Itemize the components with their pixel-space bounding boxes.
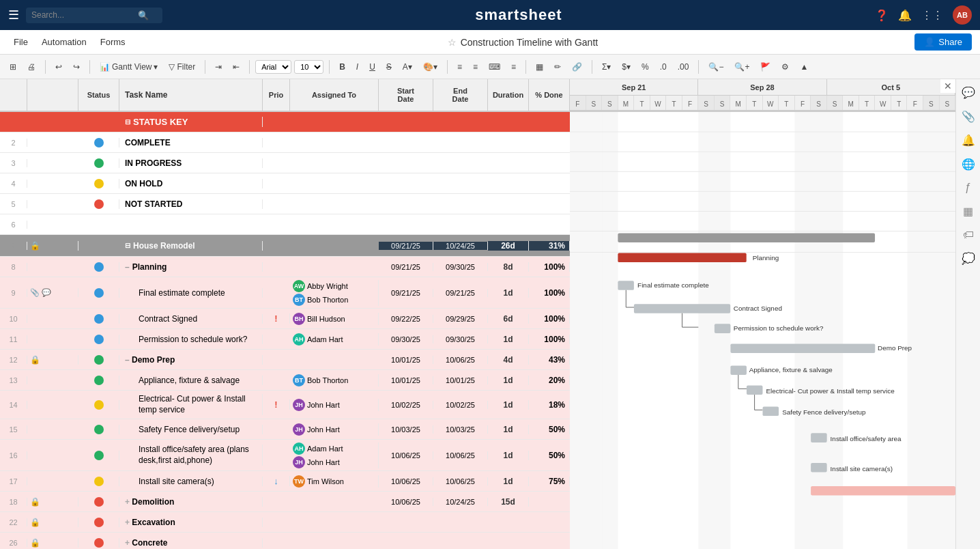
assignee-avatar: JH — [293, 423, 305, 436]
cell-task[interactable]: NOT STARTED — [119, 199, 263, 209]
close-gantt-btn[interactable]: ✕ — [940, 79, 955, 93]
underline-btn[interactable]: U — [365, 60, 379, 74]
table-btn[interactable]: ▦ — [532, 60, 547, 74]
menu-file[interactable]: File — [8, 34, 33, 50]
cell-task[interactable]: – Demo Prep — [119, 355, 263, 365]
cell-task[interactable]: Final estimate complete — [119, 288, 263, 298]
sum-btn[interactable]: Σ▾ — [598, 60, 615, 74]
panel-grid-icon[interactable]: ▦ — [963, 205, 973, 218]
col-header-start: StartDate — [379, 79, 433, 111]
search-box[interactable]: 🔍 — [26, 8, 162, 23]
align-left-btn[interactable]: ≡ — [453, 60, 466, 74]
apps-icon[interactable]: ⋮⋮ — [921, 9, 943, 22]
gantt-day-t5: T — [859, 96, 876, 111]
cell-task[interactable]: IN PROGRESS — [119, 158, 263, 168]
panel-globe-icon[interactable]: 🌐 — [962, 158, 975, 171]
cell-task[interactable]: – Planning — [119, 262, 263, 272]
zoom-in-btn[interactable]: 🔍+ — [730, 60, 753, 74]
cell-start: 09/21/25 — [379, 289, 433, 297]
grid-view-btn[interactable]: ⊞ — [5, 60, 20, 74]
row-num: 17 — [0, 477, 27, 485]
decimal-inc-btn[interactable]: .00 — [674, 60, 693, 74]
bold-btn[interactable]: B — [335, 60, 349, 74]
redo-btn[interactable]: ↪ — [69, 60, 84, 74]
decimal-dec-btn[interactable]: .0 — [656, 60, 671, 74]
zoom-out-btn[interactable]: 🔍− — [704, 60, 727, 74]
menu-automation[interactable]: Automation — [36, 34, 92, 50]
search-input[interactable] — [31, 10, 134, 20]
filter-btn[interactable]: ▽ Filter — [164, 60, 199, 74]
row-num: 11 — [0, 335, 27, 343]
share-button[interactable]: 👤 Share — [914, 33, 972, 51]
undo-btn[interactable]: ↩ — [51, 60, 66, 74]
notification-icon[interactable]: 🔔 — [898, 9, 912, 22]
grid-left: ⊟ STATUS KEY 2 — [0, 112, 570, 549]
cell-icons: 🔒 — [27, 518, 78, 527]
svg-rect-37 — [747, 385, 763, 395]
lock-icon: 🔒 — [30, 497, 40, 507]
align-right-btn[interactable]: ≡ — [507, 60, 520, 74]
cell-task[interactable]: Safety Fence delivery/setup — [119, 425, 263, 434]
assignee-name-2: John Hart — [307, 458, 340, 466]
panel-attach-icon[interactable]: 📎 — [962, 110, 975, 123]
row-num: 16 — [0, 451, 27, 460]
cell-task[interactable]: Permission to schedule work? — [119, 335, 263, 344]
print-btn[interactable]: 🖨 — [23, 60, 40, 74]
panel-chat-icon[interactable]: 💬 — [962, 86, 975, 99]
highlight-btn[interactable]: ✏ — [550, 60, 565, 74]
cell-status — [78, 497, 119, 507]
hamburger-icon[interactable]: ☰ — [8, 8, 19, 23]
comment-icon[interactable]: 💬 — [42, 288, 51, 297]
cell-task[interactable]: Install site camera(s) — [119, 477, 263, 486]
help-icon[interactable]: ❓ — [875, 9, 889, 22]
gantt-week-row: Sep 21 Sep 28 Oct 5 — [570, 79, 955, 96]
font-size-select[interactable]: 10 — [294, 60, 323, 74]
cell-task[interactable]: + Concrete — [119, 538, 263, 548]
panel-bubble-icon[interactable]: 💭 — [962, 252, 975, 265]
table-row: 4 ON HOLD — [0, 173, 570, 194]
attachment-icon[interactable]: 📎 — [30, 288, 40, 297]
percent-btn[interactable]: % — [637, 60, 653, 74]
cell-task[interactable]: Electrical- Cut power & Install temp ser… — [119, 394, 263, 415]
outdent-btn[interactable]: ⇤ — [229, 60, 244, 74]
cell-task[interactable]: COMPLETE — [119, 138, 263, 147]
link-btn[interactable]: 🔗 — [568, 60, 586, 74]
svg-rect-7 — [827, 112, 844, 549]
settings-btn[interactable]: ⚙ — [777, 60, 793, 74]
currency-btn[interactable]: $▾ — [618, 60, 635, 74]
fill-color-btn[interactable]: 🎨▾ — [419, 60, 442, 74]
cell-task[interactable]: Contract Signed — [119, 314, 263, 324]
collapse-btn[interactable]: ▲ — [796, 60, 812, 74]
cell-task[interactable]: ON HOLD — [119, 179, 263, 188]
flag-btn[interactable]: 🚩 — [756, 60, 775, 74]
cell-task[interactable]: Install office/safety area (plans desk,f… — [119, 445, 263, 466]
panel-formula-icon[interactable]: ƒ — [965, 182, 971, 194]
table-row: 9 📎 💬 Final estimate complete AW — [0, 277, 570, 309]
cell-task[interactable]: + Excavation — [119, 518, 263, 527]
menu-forms[interactable]: Forms — [95, 34, 131, 50]
assignee-avatar-2: BT — [293, 294, 305, 306]
cell-task[interactable]: ⊟ House Remodel — [119, 241, 263, 251]
cell-task[interactable]: + Demolition — [119, 497, 263, 507]
align-center-btn[interactable]: ≡ — [469, 60, 482, 74]
indent-btn[interactable]: ⇥ — [211, 60, 226, 74]
panel-notification-icon[interactable]: 🔔 — [962, 134, 975, 147]
italic-btn[interactable]: I — [352, 60, 362, 74]
panel-tag-icon[interactable]: 🏷 — [963, 229, 974, 241]
assignee-name: Adam Hart — [307, 335, 343, 343]
avatar[interactable]: AB — [953, 5, 972, 25]
task-label: IN PROGRESS — [125, 158, 182, 168]
align-wrap-btn[interactable]: ⌨ — [485, 60, 504, 74]
gantt-day-s7: S — [923, 96, 940, 111]
table-row: 7 🔒 ⊟ House Remodel 09/21/25 10/24/25 26 — [0, 235, 570, 257]
cell-pct: 50% — [529, 425, 570, 434]
font-select[interactable]: Arial — [255, 60, 291, 74]
cell-status — [78, 158, 119, 168]
strikethrough-btn[interactable]: S — [382, 60, 396, 74]
cell-task[interactable]: Appliance, fixture & salvage — [119, 376, 263, 385]
gantt-view-btn[interactable]: 📊 Gantt View ▾ — [96, 60, 162, 74]
text-color-btn[interactable]: A▾ — [399, 60, 416, 74]
star-icon[interactable]: ☆ — [448, 37, 457, 48]
cell-prio: ↓ — [263, 476, 290, 486]
cell-task[interactable]: ⊟ STATUS KEY — [119, 117, 263, 127]
